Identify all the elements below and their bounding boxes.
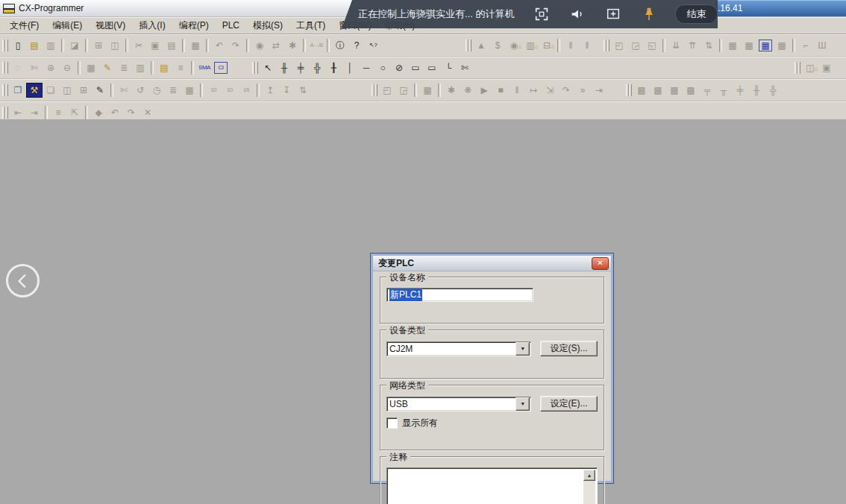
select-cursor-icon[interactable]: ↖ xyxy=(260,60,276,75)
replace-icon[interactable]: ⇄ xyxy=(268,38,284,53)
display-hex-icon[interactable]: 16 xyxy=(238,83,254,98)
menu-edit[interactable]: 编辑(E) xyxy=(46,17,89,34)
paste-icon[interactable]: ▤ xyxy=(163,38,180,53)
program-monitor-mini-icon[interactable]: ▣ xyxy=(818,60,835,75)
transfer-io-table-icon[interactable]: ⇈ xyxy=(684,38,701,53)
display-select-icon[interactable] xyxy=(605,6,621,22)
toolbar-gripper[interactable] xyxy=(465,38,471,53)
network-type-settings-button[interactable]: 设定(E)... xyxy=(540,396,598,412)
speaker-icon[interactable] xyxy=(569,6,586,22)
io-table-view-2-icon[interactable]: ▦ xyxy=(741,38,757,53)
device-change-icon[interactable]: ⚒ xyxy=(26,83,43,98)
online-edit-icon[interactable]: ▥ xyxy=(522,38,539,53)
memory-view-2-icon[interactable]: ▩ xyxy=(650,83,666,98)
program-compare-icon[interactable]: ◱ xyxy=(644,38,660,53)
diff-clear-icon[interactable]: ✕ xyxy=(140,105,156,120)
pin-icon[interactable] xyxy=(641,6,657,22)
transfer-program-icon[interactable]: ⇊ xyxy=(668,38,684,53)
menu-tools[interactable]: 工具(T) xyxy=(289,17,332,34)
print-preview-icon[interactable]: ◫ xyxy=(107,38,123,53)
window-split-icon[interactable]: ◫ xyxy=(59,83,75,98)
menu-file[interactable]: 文件(F) xyxy=(3,17,46,34)
menu-plc[interactable]: PLC xyxy=(216,18,246,33)
window-new-icon[interactable]: ❏ xyxy=(43,83,59,98)
pulse-monitor-icon[interactable]: Ш xyxy=(814,38,830,53)
scroll-up-button[interactable]: ▲ xyxy=(583,470,595,481)
statement-list-icon[interactable]: ≣ xyxy=(116,60,132,75)
diff-previous-icon[interactable]: ↶ xyxy=(107,105,123,120)
copy-icon[interactable]: ▣ xyxy=(147,38,163,53)
pause-hand-icon[interactable]: ✱ xyxy=(443,83,460,98)
back-button[interactable] xyxy=(6,264,40,297)
close-button[interactable]: ✕ xyxy=(592,257,609,270)
monitor-mode-icon[interactable]: ◉ xyxy=(506,38,522,53)
display-decimal-icon[interactable]: 10 xyxy=(205,83,222,98)
force-reset-icon[interactable]: ↧ xyxy=(278,83,295,98)
rung-comment-icon[interactable]: ✎ xyxy=(99,60,116,75)
properties-info-icon[interactable]: ⓘ xyxy=(332,38,348,53)
device-type-settings-button[interactable]: 设定(S)... xyxy=(540,341,598,356)
comment-textarea[interactable] xyxy=(389,470,583,504)
symbol-tree-4-icon[interactable]: ╫ xyxy=(748,83,765,98)
work-online-icon[interactable]: ▲ xyxy=(473,38,489,53)
force-set-icon[interactable]: ↥ xyxy=(262,83,278,98)
io-table-view-3-icon[interactable]: ▦ xyxy=(757,38,774,53)
symbol-tree-2-icon[interactable]: ╥ xyxy=(715,83,732,98)
coil-closed-icon[interactable]: ⊘ xyxy=(391,60,407,75)
memory-view-1-icon[interactable]: ▩ xyxy=(633,83,650,98)
network-type-dropdown-button[interactable]: ▼ xyxy=(516,397,530,411)
toolbar-gripper[interactable] xyxy=(251,60,258,75)
sim-step-icon[interactable]: ↦ xyxy=(525,83,542,98)
sim-fast-forward-icon[interactable]: » xyxy=(574,83,591,98)
watch-window-icon[interactable]: ◷ xyxy=(148,83,165,98)
force-cancel-icon[interactable]: ⇅ xyxy=(295,83,311,98)
find-icon[interactable]: ◉ xyxy=(251,38,268,53)
properties-icon[interactable]: ✎ xyxy=(92,83,108,98)
contact-no-icon[interactable]: ╫ xyxy=(276,60,292,75)
network-type-combo[interactable]: USB ▼ xyxy=(386,397,531,412)
sim-stop-icon[interactable]: ■ xyxy=(492,83,509,98)
transfer-to-plc-icon[interactable]: ⊟ xyxy=(539,38,555,53)
memory-view-3-icon[interactable]: ▩ xyxy=(666,83,683,98)
toolbar-gripper[interactable] xyxy=(603,38,610,53)
toolbar-gripper[interactable] xyxy=(625,83,632,98)
mnemonic-view-icon[interactable]: ▥ xyxy=(132,60,148,75)
toolbar-gripper[interactable] xyxy=(371,83,377,98)
find-bit-addresses-icon[interactable]: ✱ xyxy=(284,38,301,53)
menu-view[interactable]: 视图(V) xyxy=(89,17,132,34)
section-tree-icon[interactable]: ≡ xyxy=(172,60,189,75)
zoom-out-icon[interactable]: ⊖ xyxy=(59,60,75,75)
pause-monitor-icon[interactable]: ‖ xyxy=(563,38,579,53)
outdent-rung-icon[interactable]: ⇤ xyxy=(10,105,26,120)
contact-nc-icon[interactable]: ╪ xyxy=(292,60,309,75)
page-setup-icon[interactable]: ◪ xyxy=(66,38,83,53)
sim-pause-icon[interactable]: ‖ xyxy=(509,83,525,98)
rung-wrap-icon[interactable]: ≡ xyxy=(50,105,66,120)
monitor-options-icon[interactable]: ▦ xyxy=(419,83,436,98)
save-project-icon[interactable]: ▥ xyxy=(43,38,59,53)
undo-icon[interactable]: ↶ xyxy=(211,38,228,53)
device-type-combo[interactable]: CJ2M ▼ xyxy=(386,341,531,356)
instruction-box-icon[interactable]: ▭ xyxy=(407,60,424,75)
paste-attributes-icon[interactable]: ▦ xyxy=(187,38,204,53)
program-download-icon[interactable]: ◲ xyxy=(627,38,644,53)
window-cascade-icon[interactable]: ❐ xyxy=(10,83,26,98)
resume-hand-icon[interactable]: ❋ xyxy=(460,83,476,98)
sim-step-over-icon[interactable]: ↷ xyxy=(558,83,574,98)
zoom-in-icon[interactable]: ⊕ xyxy=(43,60,59,75)
symbol-tree-1-icon[interactable]: ╤ xyxy=(699,83,715,98)
horizontal-line-icon[interactable]: ─ xyxy=(358,60,375,75)
io-table-view-4-icon[interactable]: ▦ xyxy=(774,38,790,53)
comment-scrollbar[interactable]: ▲ ▼ xyxy=(583,470,595,504)
verify-memory-icon[interactable]: ⇅ xyxy=(701,38,717,53)
output-window-icon[interactable]: ≣ xyxy=(165,83,181,98)
open-project-icon[interactable]: ▤ xyxy=(26,38,43,53)
redo-icon[interactable]: ↷ xyxy=(228,38,244,53)
device-name-input[interactable]: 新PLC1 xyxy=(386,288,533,302)
change-all-addresses-icon[interactable]: A→B xyxy=(308,38,325,53)
rung-jump-icon[interactable]: ⇱ xyxy=(66,105,83,120)
toolbar-gripper[interactable] xyxy=(1,83,8,98)
device-type-dropdown-button[interactable]: ▼ xyxy=(516,342,530,356)
display-decimal-monitor-icon[interactable]: 10 xyxy=(222,83,238,98)
sim-run-to-end-icon[interactable]: ⇥ xyxy=(591,83,607,98)
